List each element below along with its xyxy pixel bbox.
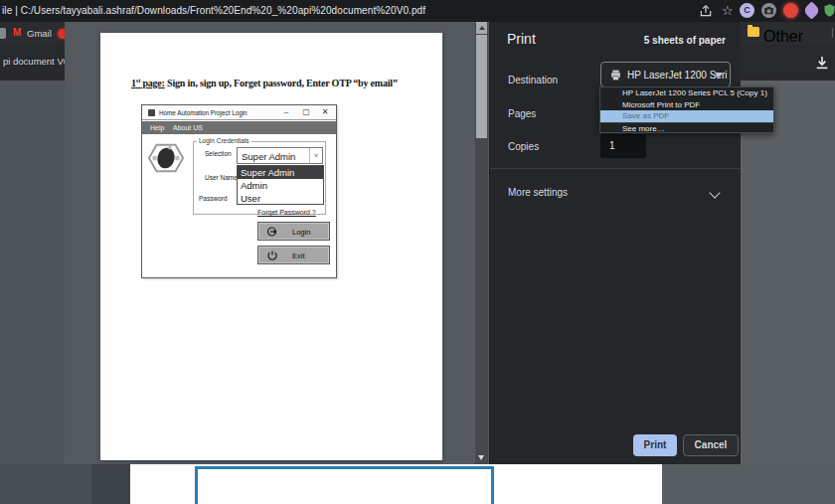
login-window-titlebar: Home Automation Project Login – ▢ ✕ xyxy=(142,105,336,120)
preview-page: 1st page: Sign in, sign up, Forget passw… xyxy=(100,33,442,460)
sheets-count: 5 sheets of paper xyxy=(644,35,726,46)
shield-extension-icon[interactable] xyxy=(822,3,835,17)
menu-item-see-more[interactable]: See more… xyxy=(600,122,773,134)
menu-item-microsoft-print[interactable]: Microsoft Print to PDF xyxy=(600,99,773,111)
login-button-label: Login xyxy=(292,228,310,237)
menu-item-hp-laserjet[interactable]: HP LaserJet 1200 Series PCL 5 (Copy 1) xyxy=(600,87,773,99)
gmail-icon: M xyxy=(13,27,21,38)
print-button[interactable]: Print xyxy=(633,434,677,456)
pdf-page-behind xyxy=(130,464,662,504)
destination-value: HP LaserJet 1200 Seri xyxy=(627,70,727,81)
destination-select[interactable]: HP LaserJet 1200 Seri xyxy=(600,62,731,87)
selection-dropdown: Super Admin ˅ xyxy=(237,147,323,164)
bookmark-gmail[interactable]: Gmail xyxy=(27,28,52,39)
minimize-icon: – xyxy=(280,107,292,116)
close-icon: ✕ xyxy=(319,107,331,116)
scrollbar-thumb[interactable] xyxy=(476,35,487,138)
folder-icon xyxy=(748,27,759,37)
print-dialog-title: Print xyxy=(507,31,536,47)
username-label: User Name xyxy=(205,174,238,181)
pdf-viewer-background xyxy=(741,81,835,464)
cancel-button[interactable]: Cancel xyxy=(683,434,739,456)
maximize-icon: ▢ xyxy=(300,107,312,116)
copies-label: Copies xyxy=(508,141,539,152)
download-icon[interactable] xyxy=(814,55,830,71)
exit-button-label: Exit xyxy=(292,252,305,260)
pdf-gap-strip xyxy=(91,464,130,504)
selection-options-list: Super Admin Admin User xyxy=(237,165,324,205)
login-arrow-icon xyxy=(266,226,278,238)
option-super-admin: Super Admin xyxy=(238,166,323,179)
document-heading: 1st page: Sign in, sign up, Forget passw… xyxy=(131,77,398,88)
power-icon xyxy=(266,250,278,261)
star-icon[interactable]: ☆ xyxy=(722,4,736,18)
bookmarks-separator: | xyxy=(831,26,834,38)
pages-label: Pages xyxy=(508,108,536,119)
menu-about-us: About US xyxy=(173,124,203,131)
caret-down-icon xyxy=(715,73,723,78)
pdf-viewer-background-right xyxy=(662,464,835,504)
pdf-doc-title: pi document V0 xyxy=(3,56,69,67)
menu-item-save-as-pdf[interactable]: Save as PDF xyxy=(600,110,773,122)
bookmark-cut-icon[interactable] xyxy=(0,28,6,39)
selection-value: Super Admin xyxy=(242,151,295,162)
printer-icon xyxy=(609,69,622,82)
blue-outlined-box xyxy=(195,466,494,504)
copies-input[interactable]: 1 xyxy=(600,134,646,158)
scroll-down-arrow[interactable] xyxy=(478,455,484,460)
dropdown-arrow-icon: ˅ xyxy=(309,148,322,163)
login-credentials-label: Login Credentials xyxy=(197,137,251,144)
menu-help: Help xyxy=(150,124,164,131)
forget-password-link: Forget Password ? xyxy=(257,209,316,216)
option-admin: Admin xyxy=(238,179,323,192)
preview-scrollbar[interactable] xyxy=(475,22,488,464)
hexagon-logo-icon xyxy=(147,139,185,177)
destination-menu: HP LaserJet 1200 Series PCL 5 (Copy 1) M… xyxy=(599,86,774,133)
password-label: Password xyxy=(199,195,228,202)
login-window-title: Home Automation Project Login xyxy=(159,109,248,116)
pdf-sidebar-strip xyxy=(0,464,91,504)
address-bar: ile | C:/Users/tayyabali.ashraf/Download… xyxy=(0,0,835,22)
divider xyxy=(490,168,741,169)
record-extension-icon[interactable] xyxy=(783,3,798,18)
login-window-figure: Home Automation Project Login – ▢ ✕ Help… xyxy=(141,104,337,278)
share-icon[interactable] xyxy=(699,4,713,18)
more-settings-toggle[interactable]: More settings xyxy=(508,187,568,198)
chevron-down-icon[interactable] xyxy=(709,187,720,198)
login-button-figure: Login xyxy=(257,222,330,241)
exit-button-figure: Exit xyxy=(257,246,330,264)
extension-c-icon[interactable]: C xyxy=(740,3,754,18)
option-user: User xyxy=(238,192,323,205)
camera-extension-icon[interactable] xyxy=(761,3,776,18)
selection-label: Selection xyxy=(205,150,232,157)
destination-label: Destination xyxy=(508,75,558,85)
url-text[interactable]: ile | C:/Users/tayyabali.ashraf/Download… xyxy=(2,5,425,16)
scroll-up-button[interactable] xyxy=(476,22,487,34)
pen-extension-icon[interactable] xyxy=(802,1,820,19)
app-icon xyxy=(148,109,155,116)
login-window-menubar: Help About US xyxy=(142,121,336,134)
